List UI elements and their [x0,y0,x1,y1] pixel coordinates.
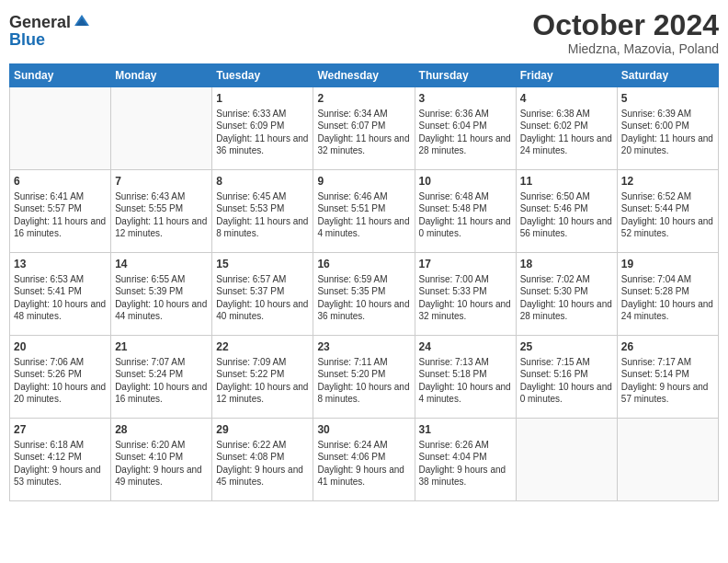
day-info: Sunrise: 7:04 AM Sunset: 5:28 PM Dayligh… [621,273,714,323]
day-number: 1 [216,91,309,107]
calendar-cell: 7Sunrise: 6:43 AM Sunset: 5:55 PM Daylig… [111,170,212,253]
day-info: Sunrise: 7:00 AM Sunset: 5:33 PM Dayligh… [419,273,512,323]
calendar-cell: 1Sunrise: 6:33 AM Sunset: 6:09 PM Daylig… [212,87,313,170]
day-info: Sunrise: 7:17 AM Sunset: 5:14 PM Dayligh… [621,356,714,406]
calendar-cell: 15Sunrise: 6:57 AM Sunset: 5:37 PM Dayli… [212,253,313,336]
calendar-header-row: SundayMondayTuesdayWednesdayThursdayFrid… [10,64,719,87]
day-number: 28 [115,422,208,438]
day-info: Sunrise: 6:34 AM Sunset: 6:07 PM Dayligh… [317,108,410,157]
day-info: Sunrise: 7:15 AM Sunset: 5:16 PM Dayligh… [520,356,613,406]
calendar-cell: 11Sunrise: 6:50 AM Sunset: 5:46 PM Dayli… [516,170,617,253]
month-title: October 2024 [532,9,719,41]
day-info: Sunrise: 6:53 AM Sunset: 5:41 PM Dayligh… [14,273,107,323]
day-number: 7 [115,174,208,190]
day-number: 8 [216,174,309,190]
day-number: 6 [14,174,107,190]
day-info: Sunrise: 6:41 AM Sunset: 5:57 PM Dayligh… [14,190,107,240]
day-info: Sunrise: 6:18 AM Sunset: 4:12 PM Dayligh… [14,439,107,488]
calendar-week-row: 6Sunrise: 6:41 AM Sunset: 5:57 PM Daylig… [10,170,719,253]
day-info: Sunrise: 6:48 AM Sunset: 5:48 PM Dayligh… [419,190,512,240]
day-info: Sunrise: 6:38 AM Sunset: 6:02 PM Dayligh… [520,108,613,157]
calendar-cell [617,419,718,501]
calendar-cell: 28Sunrise: 6:20 AM Sunset: 4:10 PM Dayli… [111,419,212,501]
calendar-cell: 27Sunrise: 6:18 AM Sunset: 4:12 PM Dayli… [10,419,111,501]
calendar-cell [516,419,617,501]
day-number: 20 [14,339,107,355]
calendar-cell: 3Sunrise: 6:36 AM Sunset: 6:04 PM Daylig… [415,87,516,170]
day-info: Sunrise: 6:36 AM Sunset: 6:04 PM Dayligh… [419,108,512,157]
day-info: Sunrise: 7:07 AM Sunset: 5:24 PM Dayligh… [115,356,208,406]
day-info: Sunrise: 6:39 AM Sunset: 6:00 PM Dayligh… [621,108,714,157]
calendar-cell: 29Sunrise: 6:22 AM Sunset: 4:08 PM Dayli… [212,419,313,501]
day-number: 17 [419,257,512,272]
day-number: 22 [216,339,309,355]
col-header-thursday: Thursday [415,64,516,87]
day-info: Sunrise: 6:22 AM Sunset: 4:08 PM Dayligh… [216,439,309,488]
calendar-cell: 23Sunrise: 7:11 AM Sunset: 5:20 PM Dayli… [313,336,415,419]
calendar-cell: 24Sunrise: 7:13 AM Sunset: 5:18 PM Dayli… [415,336,516,419]
day-info: Sunrise: 6:45 AM Sunset: 5:53 PM Dayligh… [216,190,309,240]
day-number: 29 [216,422,309,438]
day-info: Sunrise: 6:46 AM Sunset: 5:51 PM Dayligh… [317,190,410,240]
calendar-cell [111,87,212,170]
calendar-cell: 25Sunrise: 7:15 AM Sunset: 5:16 PM Dayli… [516,336,617,419]
calendar-cell: 20Sunrise: 7:06 AM Sunset: 5:26 PM Dayli… [10,336,111,419]
calendar-cell: 5Sunrise: 6:39 AM Sunset: 6:00 PM Daylig… [617,87,718,170]
calendar-cell: 21Sunrise: 7:07 AM Sunset: 5:24 PM Dayli… [111,336,212,419]
calendar-cell: 12Sunrise: 6:52 AM Sunset: 5:44 PM Dayli… [617,170,718,253]
col-header-saturday: Saturday [617,64,718,87]
day-info: Sunrise: 6:57 AM Sunset: 5:37 PM Dayligh… [216,273,309,323]
day-info: Sunrise: 6:59 AM Sunset: 5:35 PM Dayligh… [317,273,410,323]
day-number: 3 [419,91,512,107]
calendar-cell: 14Sunrise: 6:55 AM Sunset: 5:39 PM Dayli… [111,253,212,336]
day-info: Sunrise: 7:13 AM Sunset: 5:18 PM Dayligh… [419,356,512,406]
calendar-cell: 31Sunrise: 6:26 AM Sunset: 4:04 PM Dayli… [415,419,516,501]
logo-icon [73,13,91,31]
day-info: Sunrise: 6:26 AM Sunset: 4:04 PM Dayligh… [419,439,512,488]
calendar-cell: 18Sunrise: 7:02 AM Sunset: 5:30 PM Dayli… [516,253,617,336]
title-area: October 2024 Miedzna, Mazovia, Poland [532,9,719,56]
col-header-monday: Monday [111,64,212,87]
day-number: 25 [520,339,613,355]
calendar-cell: 10Sunrise: 6:48 AM Sunset: 5:48 PM Dayli… [415,170,516,253]
location-title: Miedzna, Mazovia, Poland [532,41,719,56]
day-number: 23 [317,339,410,355]
day-number: 19 [621,257,714,272]
day-number: 14 [115,257,208,272]
calendar-week-row: 13Sunrise: 6:53 AM Sunset: 5:41 PM Dayli… [10,253,719,336]
day-number: 18 [520,257,613,272]
day-info: Sunrise: 6:33 AM Sunset: 6:09 PM Dayligh… [216,108,309,157]
col-header-friday: Friday [516,64,617,87]
day-info: Sunrise: 6:55 AM Sunset: 5:39 PM Dayligh… [115,273,208,323]
day-number: 9 [317,174,410,190]
day-info: Sunrise: 7:11 AM Sunset: 5:20 PM Dayligh… [317,356,410,406]
calendar-cell: 2Sunrise: 6:34 AM Sunset: 6:07 PM Daylig… [313,87,415,170]
calendar-cell: 8Sunrise: 6:45 AM Sunset: 5:53 PM Daylig… [212,170,313,253]
day-number: 16 [317,257,410,272]
calendar-cell: 30Sunrise: 6:24 AM Sunset: 4:06 PM Dayli… [313,419,415,501]
day-number: 11 [520,174,613,190]
day-number: 10 [419,174,512,190]
day-info: Sunrise: 6:20 AM Sunset: 4:10 PM Dayligh… [115,439,208,488]
logo: General Blue [9,13,91,48]
day-info: Sunrise: 6:24 AM Sunset: 4:06 PM Dayligh… [317,439,410,488]
day-number: 24 [419,339,512,355]
logo-general-text: General [9,14,71,30]
col-header-sunday: Sunday [10,64,111,87]
calendar-week-row: 27Sunrise: 6:18 AM Sunset: 4:12 PM Dayli… [10,419,719,501]
calendar-cell: 9Sunrise: 6:46 AM Sunset: 5:51 PM Daylig… [313,170,415,253]
day-number: 27 [14,422,107,438]
calendar-cell: 16Sunrise: 6:59 AM Sunset: 5:35 PM Dayli… [313,253,415,336]
day-info: Sunrise: 7:02 AM Sunset: 5:30 PM Dayligh… [520,273,613,323]
logo-blue-text: Blue [9,31,45,48]
calendar-cell [10,87,111,170]
day-info: Sunrise: 6:43 AM Sunset: 5:55 PM Dayligh… [115,190,208,240]
day-number: 26 [621,339,714,355]
day-info: Sunrise: 6:52 AM Sunset: 5:44 PM Dayligh… [621,190,714,240]
header: General Blue October 2024 Miedzna, Mazov… [9,9,719,56]
day-number: 4 [520,91,613,107]
calendar-cell: 17Sunrise: 7:00 AM Sunset: 5:33 PM Dayli… [415,253,516,336]
day-info: Sunrise: 7:09 AM Sunset: 5:22 PM Dayligh… [216,356,309,406]
calendar-cell: 13Sunrise: 6:53 AM Sunset: 5:41 PM Dayli… [10,253,111,336]
calendar-cell: 26Sunrise: 7:17 AM Sunset: 5:14 PM Dayli… [617,336,718,419]
